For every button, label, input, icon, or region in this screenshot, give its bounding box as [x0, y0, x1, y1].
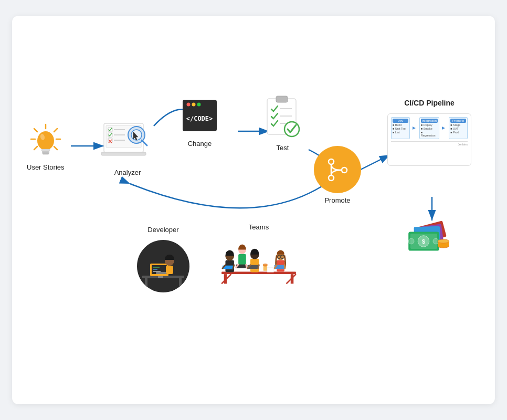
svg-line-10 — [54, 129, 57, 132]
svg-point-57 — [408, 238, 414, 244]
svg-line-84 — [233, 265, 234, 268]
svg-point-44 — [329, 159, 334, 164]
promote-node: Promote — [314, 146, 361, 204]
svg-marker-49 — [442, 127, 445, 130]
svg-line-90 — [258, 265, 259, 268]
svg-line-4 — [358, 155, 390, 171]
svg-rect-32 — [101, 152, 146, 155]
money-icon: $ — [405, 220, 452, 257]
svg-rect-108 — [267, 267, 274, 272]
cicd-title: CI/CD Pipeline — [404, 99, 455, 107]
svg-line-99 — [284, 265, 285, 268]
arrows-overlay — [12, 16, 495, 404]
money-node: $ — [405, 220, 452, 257]
teams-node: Teams — [217, 223, 301, 290]
svg-rect-63 — [145, 278, 147, 288]
promote-circle — [314, 146, 361, 193]
svg-line-12 — [54, 146, 57, 150]
svg-point-45 — [329, 175, 334, 181]
promote-label: Promote — [324, 196, 350, 204]
test-icon — [263, 93, 302, 141]
user-stories-node: User Stories — [27, 123, 65, 171]
svg-point-35 — [192, 103, 196, 107]
diagram-canvas: User Stories — [12, 16, 495, 404]
svg-rect-69 — [166, 266, 173, 274]
svg-marker-48 — [413, 127, 416, 130]
analyzer-icon — [99, 113, 156, 165]
svg-point-107 — [263, 264, 268, 266]
teams-icon — [217, 237, 301, 290]
analyzer-node: Analyzer — [99, 113, 156, 176]
svg-text:$: $ — [422, 238, 425, 245]
svg-rect-67 — [158, 276, 163, 278]
svg-rect-64 — [179, 278, 182, 288]
user-stories-label: User Stories — [27, 163, 65, 171]
svg-rect-16 — [42, 151, 49, 153]
developer-node: Developer — [137, 226, 189, 292]
svg-rect-70 — [156, 272, 166, 274]
svg-text:</CODE>: </CODE> — [186, 115, 213, 122]
developer-icon — [137, 240, 189, 292]
svg-point-36 — [197, 103, 201, 107]
svg-rect-17 — [43, 153, 49, 154]
svg-line-105 — [246, 265, 247, 267]
svg-point-46 — [342, 167, 347, 173]
change-label: Change — [188, 140, 212, 148]
svg-rect-15 — [41, 149, 50, 151]
svg-point-13 — [37, 131, 54, 150]
bulb-icon — [30, 123, 61, 160]
change-icon: </CODE> — [180, 97, 219, 136]
cicd-node: CI/CD Pipeline Dev ■ Build ■ Unit Test ■… — [387, 99, 471, 166]
svg-point-34 — [187, 103, 191, 107]
svg-line-9 — [34, 146, 37, 150]
teams-label: Teams — [249, 223, 269, 231]
analyzer-label: Analyzer — [114, 169, 141, 176]
svg-line-7 — [34, 129, 37, 132]
test-node: Test — [263, 93, 302, 152]
change-node: </CODE> Change — [180, 97, 219, 148]
svg-rect-39 — [276, 96, 288, 102]
test-label: Test — [277, 144, 289, 152]
cicd-panel: Dev ■ Build ■ Unit Test ■ Lint Integrati… — [387, 113, 471, 166]
svg-point-61 — [438, 239, 449, 243]
developer-label: Developer — [147, 226, 178, 234]
